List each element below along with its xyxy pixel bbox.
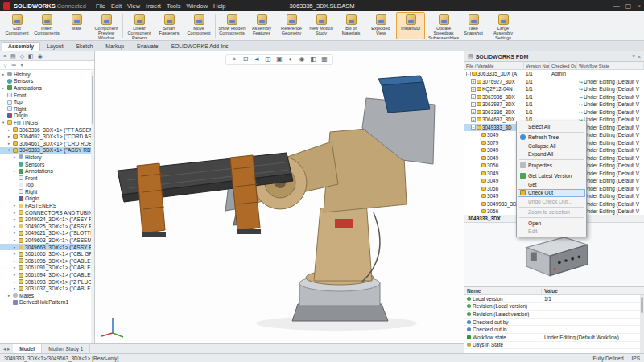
row-expander-icon[interactable]: +: [471, 87, 476, 92]
tab-solidworks-add-ins[interactable]: SOLIDWORKS Add-Ins: [164, 42, 234, 51]
tree-item[interactable]: Right: [0, 188, 94, 195]
ribbon-button-new-motion-study[interactable]: New Motion Study: [307, 12, 336, 39]
minimize-button[interactable]: —: [613, 2, 620, 10]
tree-item[interactable]: ▸3061093_3DX<1> ("2 PLUGGED CABL: [0, 278, 94, 286]
tree-item[interactable]: ▸Annotations: [0, 84, 94, 92]
tree-item[interactable]: Origin: [0, 195, 94, 203]
menu-item-collapse-all[interactable]: Collapse All: [518, 142, 585, 150]
menu-file[interactable]: File: [96, 2, 105, 10]
tab-sketch[interactable]: Sketch: [70, 42, 100, 51]
displaymanager-icon[interactable]: ◉: [38, 53, 43, 60]
row-expander-icon[interactable]: +: [471, 102, 476, 107]
ribbon-button-insert-components[interactable]: Insert Components: [32, 12, 61, 39]
dimxpert-icon[interactable]: ◧: [28, 53, 34, 60]
ribbon-button-take-snapshot[interactable]: Take Snapshot: [459, 12, 488, 39]
properties-scrollbar-thumb[interactable]: [641, 297, 643, 313]
menu-item-open[interactable]: Open: [518, 219, 585, 228]
pdm-pin-icon[interactable]: ▾: [632, 53, 635, 60]
view-orientation-icon[interactable]: ▣: [275, 56, 283, 64]
tree-item[interactable]: ▸3049025_3DX<1> ("ASSY RBT EX: [0, 223, 94, 230]
ribbon-button-smart-fasteners[interactable]: Smart Fasteners: [155, 12, 184, 39]
configurationmanager-icon[interactable]: ◇: [20, 53, 24, 60]
menu-insert[interactable]: Insert: [146, 2, 161, 10]
ribbon-button-assembly-features[interactable]: Assembly Features: [247, 12, 276, 39]
tab-evaluate[interactable]: Evaluate: [130, 42, 164, 51]
ribbon-button-reference-geometry[interactable]: Reference Geometry: [277, 12, 306, 39]
model-tab-scroll-icons[interactable]: ◂ ▸: [0, 346, 13, 352]
tree-item[interactable]: Front: [0, 92, 94, 99]
tree-item[interactable]: ▸FASTENERS: [0, 202, 94, 209]
close-button[interactable]: ×: [637, 2, 641, 10]
filter-icon[interactable]: ▽: [3, 62, 7, 68]
tree-item[interactable]: ▸3049621_3DX<1> ("SLOTTED DIN RA: [0, 230, 94, 237]
pdm-close-icon[interactable]: ×: [638, 54, 641, 60]
menu-item-undo-check-out[interactable]: Undo Check Out...: [518, 197, 585, 206]
display-style-icon[interactable]: ◐: [287, 56, 295, 64]
tree-item[interactable]: ▸Annotations: [0, 167, 94, 175]
tree-scrollbar[interactable]: [91, 71, 94, 343]
ribbon-button-linear-component-pattern[interactable]: Linear Component Pattern: [125, 12, 154, 39]
pdm-file-row[interactable]: +KQ2F12-04N1/1↪Under Editing (Default V: [464, 85, 644, 93]
tree-item[interactable]: ▸3061006_3DX<1> ("CBL GROMMET: [0, 250, 94, 257]
column-header-workflow-state[interactable]: Workflow State: [577, 62, 644, 69]
tree-item[interactable]: ▸CONNECTORS AND TUBING: [0, 209, 94, 216]
section-view-icon[interactable]: ◫: [264, 56, 272, 64]
tree-item[interactable]: ▸3049024_3DX<1> ("ASSY RBT EX: [0, 216, 94, 223]
ribbon-button-edit-component[interactable]: Edit Component: [2, 12, 31, 39]
tree-item[interactable]: Origin: [0, 113, 94, 120]
ribbon-button-mate[interactable]: Mate: [62, 12, 91, 39]
tree-item[interactable]: ▸3031037_3DX<1> ("CABLE GROMM: [0, 285, 94, 292]
tree-scrollbar-thumb[interactable]: [92, 76, 93, 124]
tab-layout[interactable]: Layout: [40, 42, 69, 51]
tree-item[interactable]: ▸3063336_3DX<1> ("FT ASSEMBLY EQ: [0, 126, 94, 134]
tree-item[interactable]: DerivedHolePattern1: [0, 299, 94, 306]
ribbon-button-show-hidden-components[interactable]: Show Hidden Components: [217, 12, 246, 39]
maximize-button[interactable]: ▢: [625, 2, 632, 10]
robot-model[interactable]: [95, 51, 464, 343]
menu-item-edit[interactable]: Edit: [518, 228, 585, 237]
model-tab-motion-study-1[interactable]: Motion Study 1: [42, 344, 90, 353]
row-expander-icon[interactable]: +: [471, 109, 476, 114]
row-expander-icon[interactable]: +: [471, 117, 476, 122]
model-tab-model[interactable]: Model: [13, 344, 42, 353]
tree-item[interactable]: ▾3049333_3DX<1> ("ASSY RBT EX600 C: [0, 147, 94, 154]
propertymanager-icon[interactable]: ▤: [10, 53, 16, 60]
ribbon-button-bill-of-materials[interactable]: Bill of Materials: [336, 12, 365, 39]
tree-item[interactable]: ▸3049603_3DX<1> ("ASSEMBLY ROBOT: [0, 237, 94, 244]
row-expander-icon[interactable]: +: [471, 79, 476, 84]
ribbon-button-component-preview-window[interactable]: Component Preview Window: [92, 12, 121, 39]
tree-item[interactable]: ▸History: [0, 71, 94, 78]
tree-item[interactable]: ▸3064661_3DX<1> ("CRD ROBOT TOOL C: [0, 140, 94, 147]
properties-scrollbar[interactable]: [640, 295, 644, 353]
tree-item[interactable]: Top: [0, 98, 94, 105]
row-expander-icon[interactable]: +: [471, 94, 476, 99]
pdm-file-row[interactable]: +3063936_3DX1/1↪Under Editing (Default V: [464, 93, 644, 101]
featuremanager-tree-icon[interactable]: ≡: [3, 53, 6, 59]
tree-item[interactable]: ▸3061094_3DX<1> ("CABLE GROMM: [0, 271, 94, 278]
tree-item[interactable]: Sensors: [0, 78, 94, 85]
apply-scene-icon[interactable]: ▦: [320, 56, 328, 64]
menu-edit[interactable]: Edit: [111, 2, 122, 10]
tree-item[interactable]: ▾FITTINGS: [0, 119, 94, 126]
hide-show-items-icon[interactable]: ◉: [298, 56, 306, 64]
column-header-file-variable[interactable]: File / Variable: [464, 62, 524, 69]
tree-item[interactable]: ▸3061096_3DX<1> ("CABLE GROMM: [0, 257, 94, 265]
column-header-version-number[interactable]: Version Number: [524, 62, 550, 69]
ribbon-button-exploded-view[interactable]: Exploded View: [366, 12, 395, 39]
tree-item[interactable]: Front: [0, 175, 94, 182]
tree-display-icon[interactable]: ≔: [11, 62, 17, 68]
menu-tools[interactable]: Tools: [167, 2, 181, 10]
pdm-file-row[interactable]: +3063937_3DX1/1↪Under Editing (Default V: [464, 101, 644, 109]
menu-item-select-all[interactable]: Select All: [518, 122, 585, 131]
menu-item-properties[interactable]: Properties...: [518, 161, 585, 170]
zoom-area-icon[interactable]: ⊡: [242, 56, 250, 64]
ribbon-button-move-component[interactable]: Move Component: [184, 12, 213, 39]
tree-item[interactable]: Sensors: [0, 161, 94, 168]
row-expander-icon[interactable]: −: [466, 72, 471, 76]
pdm-file-row[interactable]: +3076927_3DX1/1↪Under Editing (Default V: [464, 78, 644, 86]
tab-assembly[interactable]: Assembly: [2, 42, 40, 51]
tree-item[interactable]: ▸3061091_3DX<1> ("CABLE GROMM: [0, 265, 94, 272]
menu-item-expand-all[interactable]: Expand All: [518, 150, 585, 159]
pdm-file-row[interactable]: −3063335_3DX (A1/1Admin: [464, 70, 644, 78]
pdm-file-row[interactable]: +3063336_3DX1/1↪Under Editing (Default V: [464, 109, 644, 117]
